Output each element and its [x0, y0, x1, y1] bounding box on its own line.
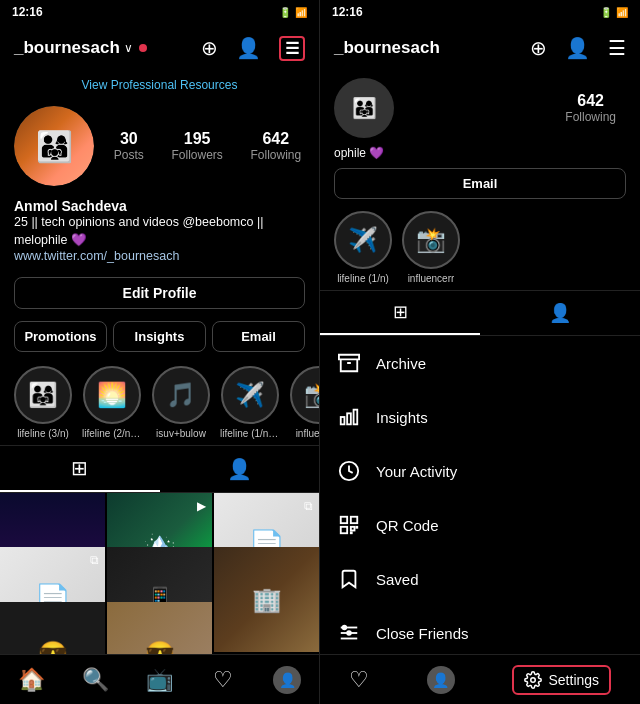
story-circle: ✈️ — [334, 211, 392, 269]
right-nav-likes[interactable]: ♡ — [341, 658, 377, 702]
add-friend-icon[interactable]: 👤 — [236, 36, 261, 60]
add-post-icon[interactable]: ⊕ — [201, 36, 218, 60]
reels-icon: 📺 — [146, 667, 173, 693]
right-header: _bournesach ⊕ 👤 ☰ — [320, 24, 640, 72]
right-email-button[interactable]: Email — [334, 168, 626, 199]
bio-section: Anmol Sachdeva 25 || tech opinions and v… — [0, 196, 319, 273]
menu-item-archive[interactable]: Archive — [320, 336, 640, 390]
bio-text: 25 || tech opinions and videos @beebomco… — [14, 214, 305, 249]
story-circle: 👨‍👩‍👧 — [14, 366, 72, 424]
edit-profile-button[interactable]: Edit Profile — [14, 277, 305, 309]
right-heart-icon: ♡ — [349, 667, 369, 693]
right-nav-profile[interactable]: 👤 — [419, 658, 463, 702]
svg-rect-9 — [351, 532, 352, 533]
profile-avatar-icon: 👤 — [273, 666, 301, 694]
story-circle: 🌅 — [83, 366, 141, 424]
insights-button[interactable]: Insights — [113, 321, 206, 352]
svg-rect-5 — [351, 517, 357, 523]
story-circle: 🎵 — [152, 366, 210, 424]
right-following-count: 642 — [577, 92, 604, 110]
grid-cell[interactable]: 😎 — [107, 602, 212, 654]
tab-grid[interactable]: ⊞ — [0, 446, 160, 492]
right-add-friend-icon[interactable]: 👤 — [565, 36, 590, 60]
settings-label: Settings — [548, 672, 599, 688]
following-label: Following — [250, 148, 301, 162]
email-button[interactable]: Email — [212, 321, 305, 352]
video-icon: ▶ — [197, 499, 206, 513]
menu-item-insights[interactable]: Insights — [320, 390, 640, 444]
right-panel: 12:16 🔋 📶 _bournesach ⊕ 👤 ☰ 👨‍👩‍👧 642 Fo… — [320, 0, 640, 704]
insights-label: Insights — [376, 409, 428, 426]
bio-name: Anmol Sachdeva — [14, 198, 305, 214]
story-item[interactable]: 🎵 isuv+bulow — [152, 366, 210, 439]
left-header: _bournesach ∨ ⊕ 👤 ☰ — [0, 24, 319, 72]
right-menu-icon[interactable]: ☰ — [608, 36, 626, 60]
menu-item-saved[interactable]: Saved — [320, 552, 640, 606]
tab-tagged[interactable]: 👤 — [160, 446, 320, 492]
menu-item-activity[interactable]: Your Activity — [320, 444, 640, 498]
promotions-button[interactable]: Promotions — [14, 321, 107, 352]
svg-point-18 — [531, 677, 536, 682]
nav-home[interactable]: 🏠 — [10, 658, 54, 702]
right-tab-tagged[interactable]: 👤 — [480, 291, 640, 335]
story-item[interactable]: 🌅 lifeline (2/n) 😊 — [82, 366, 142, 439]
posts-label: Posts — [114, 148, 144, 162]
right-stats: 642 Following — [402, 92, 626, 124]
activity-icon — [336, 458, 362, 484]
grid-cell[interactable]: 😎 — [0, 602, 105, 654]
close-friends-label: Close Friends — [376, 625, 469, 642]
right-avatar: 👨‍👩‍👧 — [334, 78, 394, 138]
svg-rect-6 — [341, 527, 347, 533]
left-username: _bournesach — [14, 38, 120, 58]
activity-label: Your Activity — [376, 463, 457, 480]
multi-icon: ⧉ — [90, 553, 99, 567]
menu-item-qrcode[interactable]: QR Code — [320, 498, 640, 552]
menu-list: Archive Insights Your Activity — [320, 336, 640, 654]
story-item[interactable]: 👨‍👩‍👧 lifeline (3/n) — [14, 366, 72, 439]
right-following-label: Following — [565, 110, 616, 124]
story-label: lifeline (1/n) 😊 — [220, 428, 280, 439]
bio-link[interactable]: www.twitter.com/_bournesach — [14, 249, 305, 263]
svg-rect-4 — [341, 517, 347, 523]
nav-profile[interactable]: 👤 — [265, 658, 309, 702]
nav-likes[interactable]: ♡ — [201, 658, 245, 702]
menu-button[interactable]: ☰ — [279, 36, 305, 61]
settings-button[interactable]: Settings — [504, 658, 619, 702]
right-battery-icon: 🔋 — [600, 7, 612, 18]
left-status-icons: 🔋 📶 — [279, 7, 307, 18]
right-header-icons: ⊕ 👤 ☰ — [530, 36, 626, 60]
right-wifi-icon: 📶 — [616, 7, 628, 18]
menu-item-close-friends[interactable]: Close Friends — [320, 606, 640, 654]
right-status-bar: 12:16 🔋 📶 — [320, 0, 640, 24]
story-item[interactable]: 📸 influencerr — [290, 366, 319, 439]
grid-thumb: 😎 — [0, 602, 105, 654]
right-tag-icon: 👤 — [549, 302, 571, 324]
notification-dot — [139, 44, 147, 52]
hamburger-icon: ☰ — [285, 39, 299, 58]
archive-label: Archive — [376, 355, 426, 372]
username-area[interactable]: _bournesach ∨ — [14, 38, 147, 58]
followers-stat[interactable]: 195 Followers — [171, 130, 222, 162]
action-buttons-row: Promotions Insights Email — [0, 321, 319, 360]
home-icon: 🏠 — [18, 667, 45, 693]
pro-banner[interactable]: View Professional Resources — [0, 72, 319, 98]
tag-icon: 👤 — [227, 457, 252, 481]
nav-reels[interactable]: 📺 — [137, 658, 181, 702]
right-tab-grid[interactable]: ⊞ — [320, 291, 480, 335]
story-item[interactable]: 📸 influencerr — [402, 211, 460, 284]
story-label: influencerr — [296, 428, 319, 439]
right-profile-tabs: ⊞ 👤 — [320, 290, 640, 336]
posts-stat: 30 Posts — [114, 130, 144, 162]
settings-btn-box: Settings — [512, 665, 611, 695]
followers-count: 195 — [184, 130, 211, 148]
following-stat[interactable]: 642 Following — [250, 130, 301, 162]
story-item[interactable]: ✈️ lifeline (1/n) — [334, 211, 392, 284]
qrcode-label: QR Code — [376, 517, 439, 534]
story-label: isuv+bulow — [156, 428, 206, 439]
story-item[interactable]: ✈️ lifeline (1/n) 😊 — [220, 366, 280, 439]
insights-icon — [336, 404, 362, 430]
nav-search[interactable]: 🔍 — [74, 658, 118, 702]
qrcode-icon — [336, 512, 362, 538]
right-add-icon[interactable]: ⊕ — [530, 36, 547, 60]
grid-cell[interactable]: 🏢 — [214, 547, 319, 652]
